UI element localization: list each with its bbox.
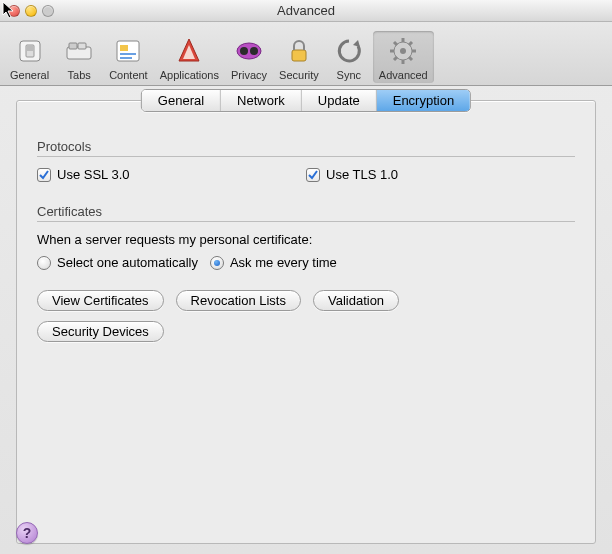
svg-line-23 — [394, 57, 397, 60]
view-certificates-button[interactable]: View Certificates — [37, 290, 164, 311]
sync-icon — [333, 35, 365, 67]
toolbar: General Tabs Content Applications Privac… — [0, 22, 612, 86]
toolbar-item-advanced[interactable]: Advanced — [373, 31, 434, 83]
toolbar-label: General — [10, 69, 49, 81]
subtab-network[interactable]: Network — [221, 90, 302, 111]
toolbar-item-sync[interactable]: Sync — [325, 31, 373, 83]
validation-button[interactable]: Validation — [313, 290, 399, 311]
tls-label: Use TLS 1.0 — [326, 167, 398, 182]
toolbar-item-general[interactable]: General — [4, 31, 55, 83]
button-label: Security Devices — [52, 324, 149, 339]
checkbox-checked-icon — [306, 168, 320, 182]
toolbar-label: Privacy — [231, 69, 267, 81]
toolbar-label: Sync — [337, 69, 361, 81]
preferences-window: Advanced General Tabs Content Applicati — [0, 0, 612, 554]
subtab-label: Encryption — [393, 93, 454, 108]
subtab-label: Update — [318, 93, 360, 108]
toolbar-item-tabs[interactable]: Tabs — [55, 31, 103, 83]
titlebar: Advanced — [0, 0, 612, 22]
checkbox-checked-icon — [37, 168, 51, 182]
svg-line-20 — [394, 42, 397, 45]
svg-point-15 — [400, 48, 406, 54]
subtab-label: General — [158, 93, 204, 108]
lock-icon — [283, 35, 315, 67]
svg-point-12 — [250, 47, 258, 55]
security-devices-button[interactable]: Security Devices — [37, 321, 164, 342]
tls-checkbox-row[interactable]: Use TLS 1.0 — [306, 167, 575, 182]
help-icon: ? — [23, 525, 32, 541]
applications-icon — [173, 35, 205, 67]
protocols-heading: Protocols — [37, 139, 575, 154]
subtab-label: Network — [237, 93, 285, 108]
subtabs: General Network Update Encryption — [141, 89, 471, 112]
toolbar-item-security[interactable]: Security — [273, 31, 325, 83]
button-label: Revocation Lists — [191, 293, 286, 308]
toolbar-label: Applications — [160, 69, 219, 81]
svg-rect-5 — [78, 43, 86, 49]
close-window-button[interactable] — [8, 5, 20, 17]
advanced-panel: General Network Update Encryption Protoc… — [16, 100, 596, 544]
tabs-icon — [63, 35, 95, 67]
radio-ask-every-time[interactable]: Ask me every time — [210, 255, 337, 270]
minimize-window-button[interactable] — [25, 5, 37, 17]
ssl-checkbox-row[interactable]: Use SSL 3.0 — [37, 167, 306, 182]
divider — [37, 221, 575, 222]
divider — [37, 156, 575, 157]
radio-checked-icon — [210, 256, 224, 270]
svg-rect-2 — [27, 46, 33, 51]
radio-unchecked-icon — [37, 256, 51, 270]
svg-point-11 — [240, 47, 248, 55]
radio-ask-label: Ask me every time — [230, 255, 337, 270]
svg-rect-4 — [69, 43, 77, 49]
subtab-encryption[interactable]: Encryption — [377, 90, 470, 111]
svg-line-21 — [409, 57, 412, 60]
toolbar-label: Advanced — [379, 69, 428, 81]
svg-rect-8 — [120, 53, 136, 55]
content-icon — [112, 35, 144, 67]
gear-icon — [387, 35, 419, 67]
toolbar-item-privacy[interactable]: Privacy — [225, 31, 273, 83]
toolbar-label: Content — [109, 69, 148, 81]
toolbar-label: Security — [279, 69, 319, 81]
certificates-heading: Certificates — [37, 204, 575, 219]
privacy-icon — [233, 35, 265, 67]
radio-select-auto[interactable]: Select one automatically — [37, 255, 198, 270]
svg-rect-13 — [292, 50, 306, 61]
traffic-lights — [8, 5, 54, 17]
button-label: Validation — [328, 293, 384, 308]
toolbar-item-applications[interactable]: Applications — [154, 31, 225, 83]
toolbar-label: Tabs — [68, 69, 91, 81]
svg-line-22 — [409, 42, 412, 45]
window-title: Advanced — [0, 3, 612, 18]
revocation-lists-button[interactable]: Revocation Lists — [176, 290, 301, 311]
certificates-desc: When a server requests my personal certi… — [37, 232, 575, 247]
content-area: General Network Update Encryption Protoc… — [0, 86, 612, 554]
subtab-update[interactable]: Update — [302, 90, 377, 111]
ssl-label: Use SSL 3.0 — [57, 167, 130, 182]
button-label: View Certificates — [52, 293, 149, 308]
subtab-general[interactable]: General — [142, 90, 221, 111]
toolbar-item-content[interactable]: Content — [103, 31, 154, 83]
help-button[interactable]: ? — [16, 522, 38, 544]
svg-rect-9 — [120, 57, 132, 59]
radio-auto-label: Select one automatically — [57, 255, 198, 270]
zoom-window-button[interactable] — [42, 5, 54, 17]
svg-rect-7 — [120, 45, 128, 51]
switch-icon — [14, 35, 46, 67]
